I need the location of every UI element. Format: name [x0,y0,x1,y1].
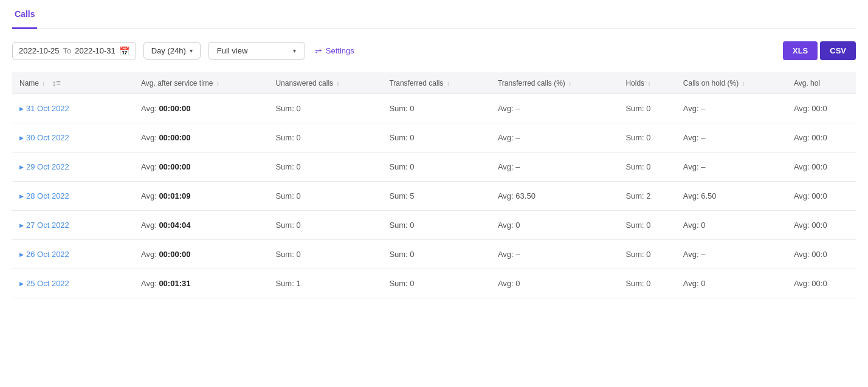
avg-hold-value: 00:0 [811,191,827,200]
hold-pct-value: – [701,162,705,171]
avg-after-service-value: Avg: [141,162,159,171]
avg-hold-value: 00:0 [811,279,827,288]
row-expand-0[interactable]: ▶ 31 Oct 2022 [19,104,126,113]
holds-value: 0 [646,162,650,171]
hold-pct-label: Avg: [683,279,701,288]
full-view-dropdown[interactable]: Full view ▾ [208,42,305,60]
csv-button[interactable]: CSV [820,41,856,60]
transferred-pct-value: 0 [515,221,520,230]
hold-pct-label: Avg: [683,191,701,200]
calls-table: Name ↕ ↕≡ Avg. after service time ↕ Unan… [12,72,856,298]
avg-hold-value: 00:0 [811,221,827,230]
sort-icon-avg[interactable]: ↕ [216,80,219,87]
hold-pct-label: Avg: [683,133,701,142]
row-expand-6[interactable]: ▶ 25 Oct 2022 [19,279,126,288]
avg-after-service-value: Avg: [141,191,159,200]
expand-icon: ▶ [19,193,24,199]
unanswered-label: Sum: [275,250,296,259]
holds-value: 0 [646,104,650,113]
col-avg-label: Avg. after service time [141,79,213,87]
transferred-pct-value: – [515,162,520,171]
sort-icon-transferred[interactable]: ↕ [447,80,450,87]
row-expand-1[interactable]: ▶ 30 Oct 2022 [19,133,126,142]
full-view-label: Full view [217,46,248,55]
avg-after-service-bold: 00:04:04 [159,221,190,230]
avg-after-service-bold: 00:00:00 [159,133,190,142]
avg-after-service-value: Avg: [141,279,159,288]
unanswered-label: Sum: [275,191,296,200]
avg-after-service-bold: 00:01:31 [159,279,190,288]
transferred-pct-label: Avg: [498,250,515,259]
avg-hold-value: 00:0 [811,133,827,142]
unanswered-value: 1 [296,279,300,288]
table-body: ▶ 31 Oct 2022Avg: 00:00:00Sum: 0Sum: 0Av… [12,94,856,298]
export-buttons: XLS CSV [783,41,856,60]
xls-button[interactable]: XLS [783,41,818,60]
unanswered-value: 0 [296,162,300,171]
holds-label: Sum: [625,250,646,259]
data-table-wrapper: Name ↕ ↕≡ Avg. after service time ↕ Unan… [12,72,856,298]
toolbar: 2022-10-25 To 2022-10-31 📅 Day (24h) ▾ F… [12,41,856,60]
holds-value: 0 [646,250,650,259]
avg-hold-label: Avg: [794,250,811,259]
avg-hold-label: Avg: [794,104,811,113]
table-row: ▶ 25 Oct 2022Avg: 00:01:31Sum: 1Sum: 0Av… [12,269,856,298]
row-expand-5[interactable]: ▶ 26 Oct 2022 [19,250,126,259]
transferred-label: Sum: [389,162,410,171]
col-header-transferred: Transferred calls ↕ [382,72,491,94]
unanswered-value: 0 [296,250,300,259]
unanswered-label: Sum: [275,162,296,171]
transferred-pct-value: 0 [515,279,520,288]
sort-icon-transferred-pct[interactable]: ↕ [568,80,571,87]
transferred-value: 0 [410,250,414,259]
day-dropdown[interactable]: Day (24h) ▾ [143,42,201,60]
sort-icon-hold-pct[interactable]: ↕ [742,80,745,87]
transferred-label: Sum: [389,191,410,200]
avg-after-service-bold: 00:00:00 [159,162,190,171]
tab-calls[interactable]: Calls [12,1,37,29]
calendar-icon: 📅 [119,46,129,56]
col-header-holds: Holds ↕ [618,72,675,94]
date-range-picker[interactable]: 2022-10-25 To 2022-10-31 📅 [12,42,136,60]
hold-pct-value: – [701,133,705,142]
avg-hold-value: 00:0 [811,162,827,171]
settings-label: Settings [326,46,354,55]
expand-icon: ▶ [19,222,24,228]
table-row: ▶ 29 Oct 2022Avg: 00:00:00Sum: 0Sum: 0Av… [12,152,856,182]
unanswered-label: Sum: [275,104,296,113]
col-header-avg-hold: Avg. hol [787,72,856,94]
unanswered-value: 0 [296,104,300,113]
transferred-value: 0 [410,104,414,113]
sort-icon-name[interactable]: ↕ [42,80,45,87]
col-avg-hold-label: Avg. hol [794,79,820,87]
col-header-unanswered: Unanswered calls ↕ [268,72,382,94]
row-expand-2[interactable]: ▶ 29 Oct 2022 [19,162,126,171]
avg-hold-label: Avg: [794,162,811,171]
hold-pct-value: 6.50 [701,191,716,200]
avg-hold-value: 00:0 [811,104,827,113]
date-from: 2022-10-25 [19,46,60,55]
hold-pct-label: Avg: [683,162,701,171]
date-to: 2022-10-31 [75,46,115,55]
unanswered-label: Sum: [275,279,296,288]
avg-after-service-bold: 00:00:00 [159,104,190,113]
col-header-transferred-pct: Transferred calls (%) ↕ [491,72,618,94]
avg-hold-label: Avg: [794,133,811,142]
row-expand-3[interactable]: ▶ 28 Oct 2022 [19,191,126,200]
col-header-calls-on-hold-pct: Calls on hold (%) ↕ [676,72,787,94]
sort-icon-holds[interactable]: ↕ [647,80,650,87]
row-expand-4[interactable]: ▶ 27 Oct 2022 [19,221,126,230]
hold-pct-label: Avg: [683,221,701,230]
transferred-pct-label: Avg: [498,221,515,230]
col-transferred-pct-label: Transferred calls (%) [498,79,565,87]
sort-controls-icon[interactable]: ↕≡ [52,78,61,87]
hold-pct-label: Avg: [683,104,701,113]
settings-button[interactable]: ⇌ Settings [312,43,357,60]
sort-icon-unanswered[interactable]: ↕ [336,80,339,87]
holds-label: Sum: [625,191,646,200]
transferred-value: 0 [410,133,414,142]
expand-icon: ▶ [19,164,24,170]
avg-after-service-value: Avg: [141,221,159,230]
holds-label: Sum: [625,104,646,113]
transferred-pct-value: – [515,250,520,259]
